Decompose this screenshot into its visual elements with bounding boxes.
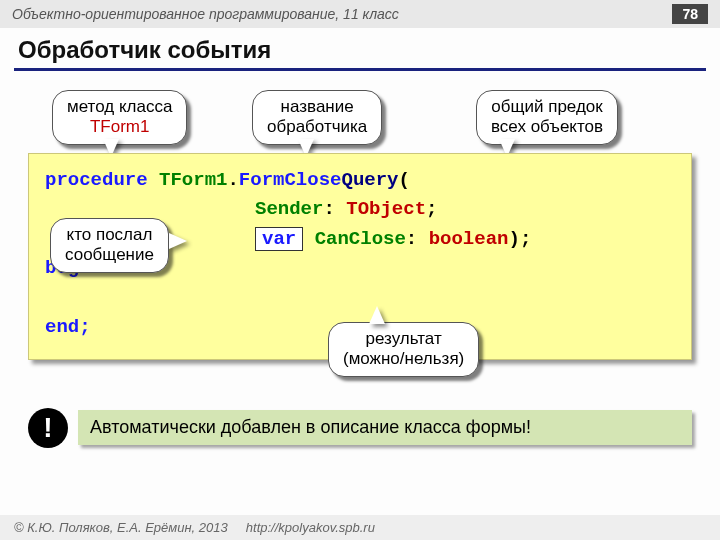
header: Объектно-ориентированное программировани… xyxy=(0,0,720,28)
callout-text-red: TForm1 xyxy=(90,117,150,136)
alert-row: ! Автоматически добавлен в описание клас… xyxy=(28,408,692,448)
callout-text: сообщение xyxy=(65,245,154,264)
callout-text: всех объектов xyxy=(491,117,603,136)
callout-text: название xyxy=(281,97,354,116)
callout-ancestor: общий предок всех объектов xyxy=(476,90,618,145)
title-rule xyxy=(14,68,706,71)
course-label: Объектно-ориентированное программировани… xyxy=(12,6,399,22)
callout-text: общий предок xyxy=(491,97,602,116)
callout-text: метод класса xyxy=(67,97,172,116)
exclamation-icon: ! xyxy=(28,408,68,448)
var-keyword-box: var xyxy=(255,227,303,251)
copyright: © К.Ю. Поляков, Е.А. Ерёмин, 2013 xyxy=(14,520,228,535)
callout-text: обработчика xyxy=(267,117,367,136)
callout-method: метод класса TForm1 xyxy=(52,90,187,145)
callout-result: результат (можно/нельзя) xyxy=(328,322,479,377)
page-number: 78 xyxy=(672,4,708,24)
callout-text: (можно/нельзя) xyxy=(343,349,464,368)
page-title: Обработчик события xyxy=(0,28,720,66)
callout-sender: кто послал сообщение xyxy=(50,218,169,273)
footer: © К.Ю. Поляков, Е.А. Ерёмин, 2013 http:/… xyxy=(0,515,720,540)
code-line: procedure TForm1.FormCloseQuery( xyxy=(45,166,675,195)
callout-text: результат xyxy=(366,329,442,348)
callout-handler-name: название обработчика xyxy=(252,90,382,145)
footer-url: http://kpolyakov.spb.ru xyxy=(246,520,375,535)
callout-text: кто послал xyxy=(67,225,153,244)
code-line xyxy=(45,284,675,313)
alert-text: Автоматически добавлен в описание класса… xyxy=(78,410,692,445)
